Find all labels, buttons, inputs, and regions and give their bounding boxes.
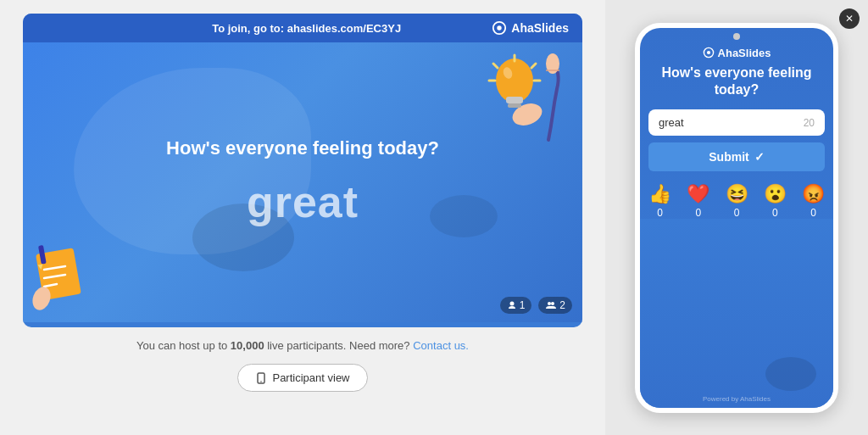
reaction-laugh[interactable]: 😆 0 (726, 183, 748, 219)
phone-question: How's everyone feeling today? (652, 64, 821, 100)
phone-logo-icon (703, 47, 715, 59)
slide-answer: great (247, 176, 359, 227)
people-count-badge: 2 (538, 297, 572, 314)
participant-btn-label: Participant view (272, 371, 349, 384)
laugh-emoji: 😆 (726, 183, 748, 205)
phone-screen: AhaSlides How's everyone feeling today? … (640, 28, 833, 408)
phone-input-value[interactable]: great (659, 116, 684, 129)
svg-line-8 (493, 64, 498, 68)
phone-input-count: 20 (804, 117, 815, 129)
reaction-angry[interactable]: 😡 0 (802, 183, 825, 219)
phone-header: AhaSlides How's everyone feeling today? (640, 28, 833, 110)
phone-frame: AhaSlides How's everyone feeling today? … (635, 23, 838, 413)
people-icon (545, 300, 557, 310)
wow-emoji: 😮 (764, 183, 787, 205)
close-button[interactable]: ✕ (839, 8, 860, 29)
svg-point-1 (498, 25, 502, 30)
reaction-heart[interactable]: ❤️ 0 (687, 183, 709, 219)
ahaslides-logo-icon (492, 20, 507, 36)
svg-point-22 (548, 302, 551, 305)
angry-count: 0 (810, 207, 816, 219)
join-url: ahaslides.com/EC3YJ (287, 22, 401, 35)
svg-point-27 (706, 51, 709, 54)
info-text-before: You can host up to (136, 339, 231, 352)
phone-reactions: 👍 0 ❤️ 0 😆 0 😮 0 😡 0 (648, 183, 825, 219)
svg-rect-5 (508, 103, 521, 108)
phone-bottom-area: Powered by AhaSlides (640, 219, 833, 407)
info-bar: You can host up to 10,000 live participa… (136, 339, 469, 352)
angry-emoji: 😡 (802, 183, 825, 205)
close-icon: ✕ (845, 13, 854, 25)
slide-footer: 1 2 (500, 297, 572, 314)
phone-input-row: great 20 (648, 109, 825, 136)
join-text: To join, go to: ahaslides.com/EC3YJ (121, 22, 492, 35)
info-text-after: live participants. Need more? (264, 339, 410, 352)
participant-count: 1 (520, 299, 526, 311)
svg-point-25 (261, 381, 263, 382)
hand-pencil-icon (527, 47, 578, 148)
heart-count: 0 (695, 207, 701, 219)
brand-name: AhaSlides (511, 21, 569, 35)
left-panel: To join, go to: ahaslides.com/EC3YJ AhaS… (0, 0, 605, 435)
reaction-wow[interactable]: 😮 0 (764, 183, 787, 219)
phone-brand: AhaSlides (703, 47, 771, 59)
mobile-icon (255, 372, 267, 384)
heart-emoji: ❤️ (687, 183, 709, 205)
phone-powered-text: Powered by AhaSlides (703, 395, 771, 403)
info-bold-text: 10,000 (231, 339, 264, 352)
checkmark-icon: ✓ (754, 150, 765, 164)
thumbsup-count: 0 (657, 207, 663, 219)
reaction-thumbsup[interactable]: 👍 0 (648, 183, 671, 219)
phone-submit-label: Submit (709, 150, 748, 164)
svg-rect-4 (506, 97, 523, 103)
slide-container: To join, go to: ahaslides.com/EC3YJ AhaS… (23, 14, 582, 327)
slide-top-bar: To join, go to: ahaslides.com/EC3YJ AhaS… (23, 14, 582, 42)
participant-view-button[interactable]: Participant view (237, 364, 367, 392)
slide-body: How's everyone feeling today? great 1 2 (23, 42, 582, 322)
laugh-count: 0 (734, 207, 740, 219)
people-count: 2 (559, 299, 565, 311)
phone-notch (733, 33, 740, 40)
phone-submit-button[interactable]: Submit ✓ (648, 142, 825, 171)
participant-icon (507, 300, 517, 310)
notes-icon (31, 237, 91, 314)
participant-count-badge: 1 (500, 297, 532, 314)
slide-brand: AhaSlides (492, 20, 569, 36)
svg-point-23 (551, 302, 554, 305)
svg-point-21 (509, 302, 514, 306)
blob-decoration-3 (430, 195, 498, 237)
slide-question: How's everyone feeling today? (132, 137, 473, 159)
phone-brand-name: AhaSlides (718, 47, 771, 59)
contact-us-link[interactable]: Contact us. (413, 339, 469, 352)
thumbsup-emoji: 👍 (648, 183, 671, 205)
wow-count: 0 (772, 207, 778, 219)
join-prefix: To join, go to: (212, 22, 287, 35)
phone-blob-decoration (765, 357, 816, 391)
right-panel: ✕ AhaSlides How's everyone feeling today… (605, 0, 868, 435)
